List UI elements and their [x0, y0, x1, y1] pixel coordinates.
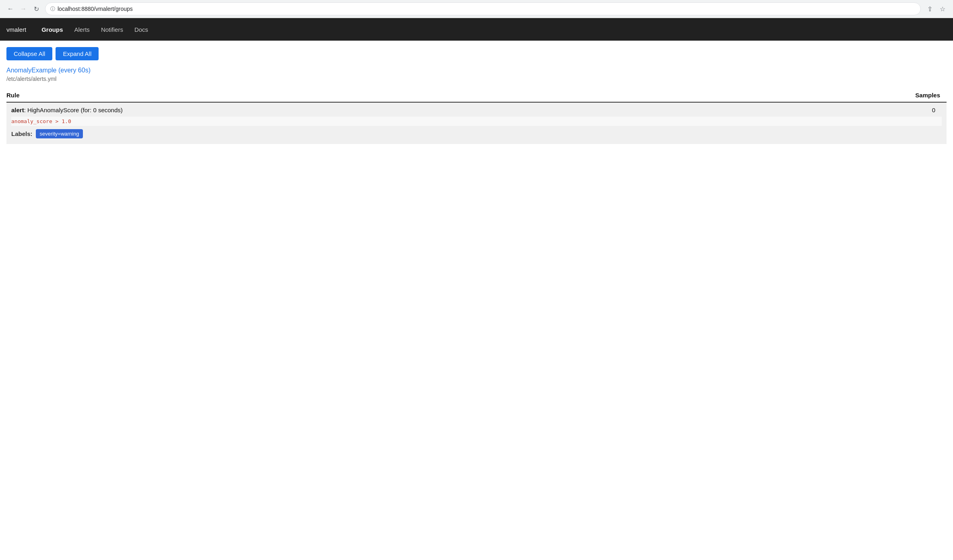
security-icon: ⓘ [50, 6, 55, 12]
group-link[interactable]: AnomalyExample (every 60s) [6, 67, 947, 74]
rule-content: alert: HighAnomalyScore (for: 0 seconds)… [6, 103, 947, 144]
main-content: Collapse All Expand All AnomalyExample (… [0, 41, 953, 150]
rule-expression: anomaly_score > 1.0 [11, 117, 942, 126]
rule-footer: Labels: severity=warning [11, 129, 942, 138]
rule-name: alert: HighAnomalyScore (for: 0 seconds) [11, 107, 123, 113]
browser-chrome: ← → ↻ ⓘ ⇪ ☆ [0, 0, 953, 18]
browser-toolbar: ← → ↻ ⓘ ⇪ ☆ [0, 0, 953, 18]
rule-type: alert [11, 107, 24, 113]
collapse-all-button[interactable]: Collapse All [6, 47, 52, 60]
col-header-rule: Rule [6, 89, 284, 102]
action-buttons: Collapse All Expand All [6, 47, 947, 60]
col-header-samples: Samples [284, 89, 947, 102]
app-brand: vmalert [6, 26, 26, 33]
nav-links: Groups Alerts Notifiers Docs [36, 23, 154, 36]
group-section: AnomalyExample (every 60s) /etc/alerts/a… [6, 67, 947, 144]
rule-header: alert: HighAnomalyScore (for: 0 seconds)… [11, 107, 942, 115]
expand-all-button[interactable]: Expand All [56, 47, 99, 60]
reload-button[interactable]: ↻ [31, 3, 42, 14]
nav-link-groups[interactable]: Groups [36, 23, 68, 36]
nav-link-docs[interactable]: Docs [129, 23, 154, 36]
table-body: alert: HighAnomalyScore (for: 0 seconds)… [6, 102, 947, 144]
address-bar[interactable]: ⓘ [45, 2, 921, 15]
nav-link-alerts[interactable]: Alerts [69, 23, 95, 36]
app-nav: vmalert Groups Alerts Notifiers Docs [0, 18, 953, 41]
rule-body: anomaly_score > 1.0 [11, 115, 942, 129]
browser-nav-buttons: ← → ↻ [5, 3, 42, 14]
rule-name-text: : HighAnomalyScore (for: 0 seconds) [24, 107, 123, 113]
rules-table: Rule Samples alert: HighAnomalyScore (fo… [6, 89, 947, 144]
share-button[interactable]: ⇪ [924, 3, 935, 14]
rule-samples: 0 [932, 107, 942, 113]
table-header: Rule Samples [6, 89, 947, 102]
table-row: alert: HighAnomalyScore (for: 0 seconds)… [6, 102, 947, 144]
label-badge[interactable]: severity=warning [36, 129, 83, 138]
labels-prefix: Labels: [11, 130, 33, 137]
group-file: /etc/alerts/alerts.yml [6, 76, 947, 82]
back-button[interactable]: ← [5, 3, 16, 14]
url-input[interactable] [58, 6, 916, 12]
nav-link-notifiers[interactable]: Notifiers [95, 23, 129, 36]
forward-button[interactable]: → [18, 3, 29, 14]
bookmark-button[interactable]: ☆ [937, 3, 948, 14]
browser-actions: ⇪ ☆ [924, 3, 948, 14]
